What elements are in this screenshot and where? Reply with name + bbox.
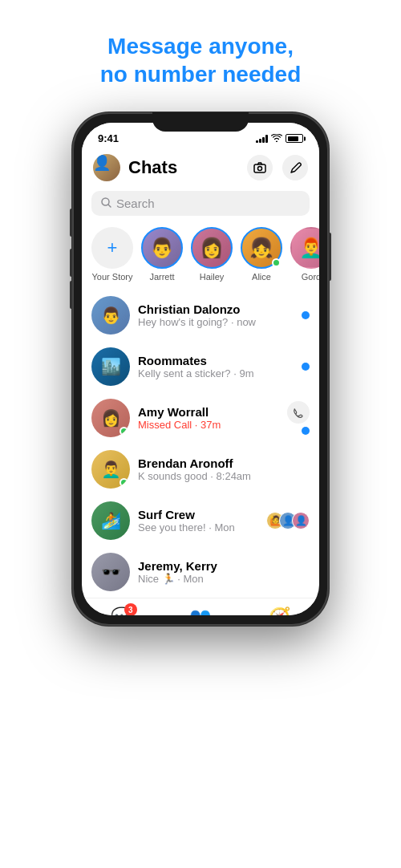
tab-people[interactable]: 👥	[189, 606, 211, 615]
status-time: 9:41	[98, 132, 119, 144]
chat-item-brendan[interactable]: 👨‍🦱 Brendan Aronoff K sounds good · 8:24…	[82, 444, 319, 495]
tab-bar: 💬 3 👥 🧭	[82, 598, 319, 615]
chat-name-roommates: Roommates	[138, 354, 294, 367]
chat-avatar-amy: 👩	[91, 399, 130, 437]
chat-avatar-christian: 👨	[91, 296, 130, 335]
chat-name-amy: Amy Worrall	[138, 405, 279, 419]
chat-avatar-roommates: 🏙️	[91, 347, 130, 386]
headline: Message anyone, no number needed	[100, 32, 301, 88]
story-gordon[interactable]: 👨‍🦰 Gord	[290, 227, 319, 282]
svg-point-1	[258, 167, 262, 171]
story-add[interactable]: + Your Story	[91, 227, 133, 282]
story-avatar-hailey: 👩	[191, 227, 233, 269]
svg-rect-0	[254, 164, 265, 172]
story-your-label: Your Story	[92, 272, 133, 282]
chat-item-surf[interactable]: 🏄 Surf Crew See you there! · Mon 🙋 👤 👤	[82, 495, 319, 546]
story-avatar-jarrett: 👨	[141, 227, 183, 269]
chat-name-surf: Surf Crew	[138, 508, 258, 521]
chat-meta-surf: 🙋 👤 👤	[266, 512, 310, 529]
chat-list: 👨 Christian Dalonzo Hey how's it going? …	[82, 290, 319, 598]
discover-tab-icon: 🧭	[269, 606, 290, 615]
compose-button[interactable]	[282, 155, 308, 180]
chats-title: Chats	[128, 157, 247, 178]
chat-preview-brendan: K sounds good · 8:24am	[138, 470, 302, 482]
story-gordon-label: Gord	[302, 272, 319, 282]
header-icons	[247, 155, 308, 180]
chat-content-christian: Christian Dalonzo Hey how's it going? · …	[138, 302, 294, 328]
chat-item-roommates[interactable]: 🏙️ Roommates Kelly sent a sticker? · 9m	[82, 341, 319, 392]
chat-avatar-jeremy: 🕶️	[91, 553, 130, 591]
chat-content-roommates: Roommates Kelly sent a sticker? · 9m	[138, 354, 294, 379]
chat-avatar-surf: 🏄	[91, 501, 130, 540]
headline-text: Message anyone, no number needed	[100, 32, 301, 88]
group-avatars-surf: 🙋 👤 👤	[266, 512, 310, 529]
story-avatar-gordon: 👨‍🦰	[290, 227, 319, 269]
chat-name-jeremy: Jeremy, Kerry	[138, 559, 302, 573]
chat-name-brendan: Brendan Aronoff	[138, 456, 302, 470]
chat-avatar-brendan: 👨‍🦱	[91, 450, 130, 489]
chat-name-christian: Christian Dalonzo	[138, 302, 294, 316]
chat-meta-roommates	[302, 363, 310, 371]
search-icon	[101, 197, 111, 210]
story-jarrett-label: Jarrett	[149, 272, 174, 282]
tab-discover[interactable]: 🧭	[269, 606, 290, 615]
status-icons	[256, 134, 303, 144]
notch	[152, 112, 249, 132]
chat-preview-jeremy: Nice 🏃 · Mon	[138, 573, 302, 585]
unread-badge-christian	[302, 311, 310, 319]
story-jarrett[interactable]: 👨 Jarrett	[141, 227, 183, 282]
chat-content-amy: Amy Worrall Missed Call · 37m	[138, 405, 279, 431]
chat-content-surf: Surf Crew See you there! · Mon	[138, 508, 258, 533]
chat-meta-amy	[287, 401, 310, 435]
story-alice-label: Alice	[252, 272, 271, 282]
chats-tab-badge: 3	[124, 603, 137, 615]
chat-preview-roommates: Kelly sent a sticker? · 9m	[138, 367, 294, 379]
app-header: 👤 Chats	[82, 148, 319, 188]
phone-mockup: 9:41	[72, 112, 329, 626]
online-indicator-brendan	[119, 478, 128, 487]
chat-meta-christian	[302, 311, 310, 319]
story-hailey[interactable]: 👩 Hailey	[191, 227, 233, 282]
chat-item-christian[interactable]: 👨 Christian Dalonzo Hey how's it going? …	[82, 290, 319, 341]
chat-content-brendan: Brendan Aronoff K sounds good · 8:24am	[138, 456, 302, 482]
online-indicator-alice	[272, 258, 281, 267]
user-avatar[interactable]: 👤	[93, 154, 120, 181]
phone-screen: 9:41	[82, 123, 319, 615]
tab-chats[interactable]: 💬 3	[111, 606, 132, 615]
unread-badge-amy	[302, 427, 310, 435]
wifi-icon	[271, 134, 282, 144]
people-tab-icon: 👥	[189, 606, 211, 615]
missed-call-icon	[287, 401, 310, 424]
chat-content-jeremy: Jeremy, Kerry Nice 🏃 · Mon	[138, 559, 302, 585]
chat-item-amy[interactable]: 👩 Amy Worrall Missed Call · 37m	[82, 392, 319, 444]
chat-preview-surf: See you there! · Mon	[138, 521, 258, 533]
stories-row: + Your Story 👨 Jarrett 👩 Hailey	[82, 222, 319, 290]
search-placeholder: Search	[116, 197, 155, 210]
signal-bars-icon	[256, 135, 268, 143]
story-hailey-label: Hailey	[200, 272, 225, 282]
chat-item-jeremy[interactable]: 🕶️ Jeremy, Kerry Nice 🏃 · Mon	[82, 546, 319, 598]
online-indicator-amy	[119, 427, 128, 436]
chat-preview-amy: Missed Call · 37m	[138, 419, 279, 431]
chat-preview-christian: Hey how's it going? · now	[138, 316, 294, 328]
search-bar[interactable]: Search	[91, 191, 310, 216]
story-alice[interactable]: 👧 Alice	[241, 227, 282, 282]
battery-icon	[286, 134, 303, 143]
camera-button[interactable]	[247, 155, 273, 180]
unread-badge-roommates	[302, 363, 310, 371]
add-story-button[interactable]: +	[91, 227, 133, 269]
